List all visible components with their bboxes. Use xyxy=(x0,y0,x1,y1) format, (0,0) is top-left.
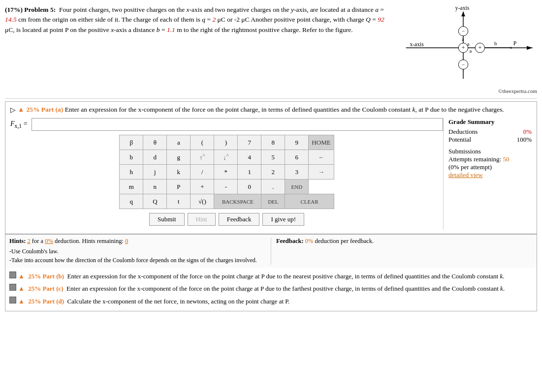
hint-texts: -Use Coulomb's law. -Take into account h… xyxy=(9,247,266,265)
key-closeparen[interactable]: ) xyxy=(214,135,238,150)
key-backspace[interactable]: BACKSPACE xyxy=(214,194,261,209)
key-b[interactable]: b xyxy=(120,150,143,165)
potential-value: 100% xyxy=(517,136,532,144)
part-a-label: 25% Part (a) xyxy=(26,106,63,114)
hints-posttext: deduction. Hints remaining: xyxy=(55,238,124,244)
key-6[interactable]: 6 xyxy=(285,150,309,165)
deductions-value: 0% xyxy=(523,128,532,136)
grade-summary-title: Grade Summary xyxy=(448,118,532,126)
part-d-label: 25% Part (d) xyxy=(28,298,64,305)
svg-marker-2 xyxy=(461,12,465,17)
problem-section: (17%) Problem 5: Four point charges, two… xyxy=(5,5,537,99)
part-d-content: ▲ 25% Part (d) Calculate the x-component… xyxy=(18,296,289,307)
part-a-description: Enter an expression for the x-component … xyxy=(63,106,504,114)
part-a-left: Fx,1 = β θ a ( ) xyxy=(10,118,443,230)
key-7[interactable]: 7 xyxy=(238,135,261,150)
hints-deduction: 0% xyxy=(45,238,53,244)
part-a-header: ▷ ▲ 25% Part (a) Enter an expression for… xyxy=(10,106,532,114)
svg-text:a: a xyxy=(470,48,472,54)
part-b-square xyxy=(9,271,16,278)
deductions-row: Deductions 0% xyxy=(448,128,532,136)
give-up-button[interactable]: I give up! xyxy=(262,213,304,226)
key-j[interactable]: j xyxy=(143,165,167,180)
key-q[interactable]: q xyxy=(120,194,143,209)
key-right[interactable]: → xyxy=(309,165,334,180)
part-c-label: 25% Part (c) xyxy=(28,285,63,292)
key-a[interactable]: a xyxy=(167,135,191,150)
expression-row: Fx,1 = xyxy=(10,118,443,131)
part-c-row: ▲ 25% Part (c) Enter an expression for t… xyxy=(9,283,533,294)
key-sqrt[interactable]: √() xyxy=(191,194,214,209)
key-9[interactable]: 9 xyxy=(285,135,309,150)
warning-icon-c: ▲ xyxy=(18,285,25,292)
key-superscript-dn[interactable]: ↓^ xyxy=(214,150,238,165)
key-superscript-up[interactable]: ↑^ xyxy=(191,150,214,165)
hints-label: Hints: xyxy=(9,238,26,244)
hint-button[interactable]: Hint xyxy=(188,213,216,226)
key-dot[interactable]: . xyxy=(261,180,285,194)
key-h[interactable]: h xyxy=(120,165,143,180)
key-openparen[interactable]: ( xyxy=(191,135,214,150)
part-b-content: ▲ 25% Part (b) Enter an expression for t… xyxy=(18,271,504,282)
key-d[interactable]: d xyxy=(143,150,167,165)
submit-button[interactable]: Submit xyxy=(149,213,185,226)
part-a-content: Fx,1 = β θ a ( ) xyxy=(10,118,532,230)
submissions-section: Submissions Attempts remaining: 50 (0% p… xyxy=(448,148,532,179)
detail-view-link[interactable]: detailed view xyxy=(448,171,483,179)
svg-text:+: + xyxy=(478,45,482,51)
key-clear[interactable]: CLEAR xyxy=(285,194,334,209)
submissions-label: Submissions xyxy=(448,148,532,155)
keyboard-section: β θ a ( ) 7 8 9 HOME b xyxy=(10,135,443,230)
warning-icon-d: ▲ xyxy=(18,298,25,305)
diagram-svg: y-axis x-axis + − − xyxy=(389,5,537,84)
hint-text-2: -Take into account how the direction of … xyxy=(9,256,266,265)
key-del[interactable]: DEL xyxy=(261,194,285,209)
hints-count[interactable]: 2 xyxy=(27,238,30,244)
part-b-label: 25% Part (b) xyxy=(28,272,64,280)
part-d-row: ▲ 25% Part (d) Calculate the x-component… xyxy=(9,296,533,307)
key-5[interactable]: 5 xyxy=(261,150,285,165)
part-c-content: ▲ 25% Part (c) Enter an expression for t… xyxy=(18,283,505,294)
key-k[interactable]: k xyxy=(167,165,191,180)
key-home[interactable]: HOME xyxy=(309,135,334,150)
key-n[interactable]: n xyxy=(143,180,167,194)
key-Q[interactable]: Q xyxy=(143,194,167,209)
key-1[interactable]: 1 xyxy=(238,165,261,180)
key-8[interactable]: 8 xyxy=(261,135,285,150)
key-divide[interactable]: / xyxy=(191,165,214,180)
problem-text: (17%) Problem 5: Four point charges, two… xyxy=(5,5,389,93)
feedback-text: deduction per feedback. xyxy=(315,238,374,244)
key-g[interactable]: g xyxy=(167,150,191,165)
key-P[interactable]: P xyxy=(167,180,191,194)
key-plus[interactable]: + xyxy=(191,180,214,194)
key-0[interactable]: 0 xyxy=(238,180,261,194)
key-m[interactable]: m xyxy=(120,180,143,194)
keyboard-grid: β θ a ( ) 7 8 9 HOME b xyxy=(119,135,334,209)
key-2[interactable]: 2 xyxy=(261,165,285,180)
expr-label: Fx,1 = xyxy=(10,120,28,129)
feedback-col: Feedback: 0% deduction per feedback. xyxy=(271,238,533,265)
svg-text:−: − xyxy=(462,62,465,67)
attempts-value[interactable]: 50 xyxy=(503,155,509,163)
hints-feedback-row: Hints: 2 for a 0% deduction. Hints remai… xyxy=(5,234,537,268)
attempts-row: Attempts remaining: 50 xyxy=(448,155,532,163)
key-4[interactable]: 4 xyxy=(238,150,261,165)
key-t[interactable]: t xyxy=(167,194,191,209)
key-multiply[interactable]: * xyxy=(214,165,238,180)
key-end[interactable]: END xyxy=(285,180,309,194)
expression-input[interactable] xyxy=(32,118,443,131)
key-beta[interactable]: β xyxy=(120,135,143,150)
key-minus[interactable]: - xyxy=(214,180,238,194)
key-theta[interactable]: θ xyxy=(143,135,167,150)
key-left[interactable]: ← xyxy=(309,150,334,165)
part-a-section: ▷ ▲ 25% Part (a) Enter an expression for… xyxy=(5,102,537,234)
copyright: ©theexpertta.com xyxy=(389,88,537,94)
attempts-note: (0% per attempt) xyxy=(448,163,532,171)
svg-text:y-axis: y-axis xyxy=(455,5,470,11)
attempts-label: Attempts remaining: xyxy=(448,155,501,163)
key-3[interactable]: 3 xyxy=(285,165,309,180)
feedback-button[interactable]: Feedback xyxy=(219,213,260,226)
potential-label: Potential xyxy=(448,136,471,144)
problem-pct-label: (17%) Problem 5: xyxy=(5,6,56,13)
grade-summary: Grade Summary Deductions 0% Potential 10… xyxy=(443,118,532,230)
